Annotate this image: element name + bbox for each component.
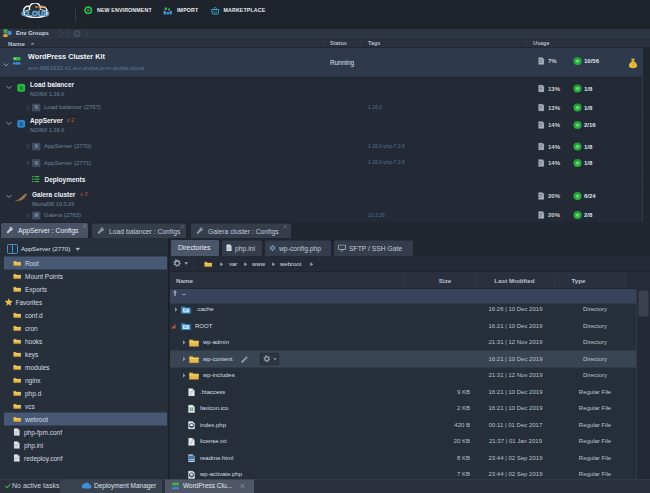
svg-text:N: N (20, 86, 24, 91)
svg-text:CLOUD: CLOUD (22, 9, 50, 18)
svg-text:HTM: HTM (189, 458, 194, 461)
svg-text:M: M (34, 213, 38, 218)
svg-text:N: N (20, 122, 24, 127)
svg-text:N: N (35, 161, 38, 166)
svg-text:N: N (35, 105, 38, 110)
svg-text:N: N (35, 144, 38, 149)
